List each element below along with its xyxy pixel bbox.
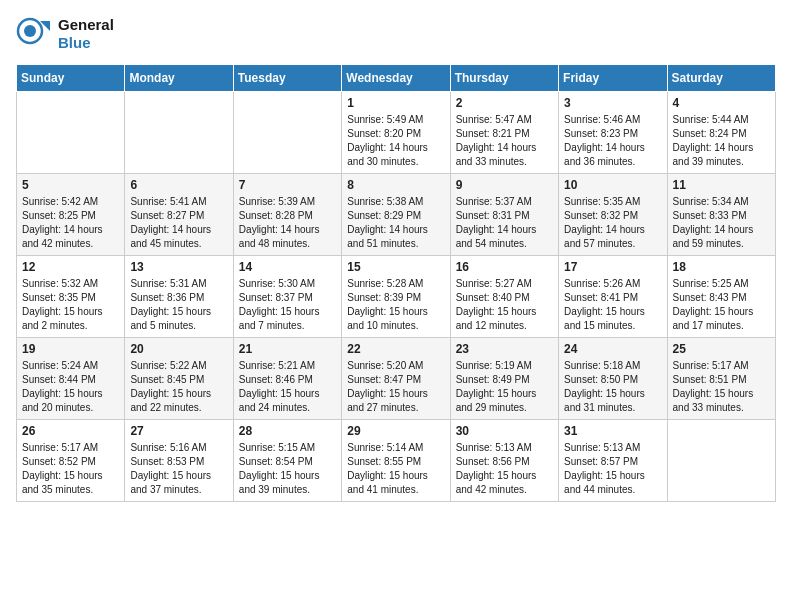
page-header: General Blue [16,16,776,52]
day-number: 24 [564,342,661,356]
day-content: Sunrise: 5:39 AM Sunset: 8:28 PM Dayligh… [239,195,336,251]
logo-line2: Blue [58,34,114,52]
calendar-cell: 12Sunrise: 5:32 AM Sunset: 8:35 PM Dayli… [17,256,125,338]
calendar-cell: 8Sunrise: 5:38 AM Sunset: 8:29 PM Daylig… [342,174,450,256]
calendar-cell: 5Sunrise: 5:42 AM Sunset: 8:25 PM Daylig… [17,174,125,256]
day-content: Sunrise: 5:24 AM Sunset: 8:44 PM Dayligh… [22,359,119,415]
calendar-cell: 16Sunrise: 5:27 AM Sunset: 8:40 PM Dayli… [450,256,558,338]
calendar-cell: 10Sunrise: 5:35 AM Sunset: 8:32 PM Dayli… [559,174,667,256]
day-number: 12 [22,260,119,274]
day-number: 11 [673,178,770,192]
calendar-header: SundayMondayTuesdayWednesdayThursdayFrid… [17,65,776,92]
day-number: 27 [130,424,227,438]
calendar-week-row: 5Sunrise: 5:42 AM Sunset: 8:25 PM Daylig… [17,174,776,256]
calendar-cell: 22Sunrise: 5:20 AM Sunset: 8:47 PM Dayli… [342,338,450,420]
header-row: SundayMondayTuesdayWednesdayThursdayFrid… [17,65,776,92]
logo-icon [16,17,50,51]
calendar-cell [125,92,233,174]
day-number: 5 [22,178,119,192]
day-content: Sunrise: 5:41 AM Sunset: 8:27 PM Dayligh… [130,195,227,251]
day-number: 3 [564,96,661,110]
calendar-cell: 24Sunrise: 5:18 AM Sunset: 8:50 PM Dayli… [559,338,667,420]
day-number: 6 [130,178,227,192]
calendar-cell: 13Sunrise: 5:31 AM Sunset: 8:36 PM Dayli… [125,256,233,338]
day-number: 7 [239,178,336,192]
day-content: Sunrise: 5:37 AM Sunset: 8:31 PM Dayligh… [456,195,553,251]
day-content: Sunrise: 5:20 AM Sunset: 8:47 PM Dayligh… [347,359,444,415]
header-day: Saturday [667,65,775,92]
day-content: Sunrise: 5:25 AM Sunset: 8:43 PM Dayligh… [673,277,770,333]
day-content: Sunrise: 5:21 AM Sunset: 8:46 PM Dayligh… [239,359,336,415]
header-day: Sunday [17,65,125,92]
calendar-cell: 23Sunrise: 5:19 AM Sunset: 8:49 PM Dayli… [450,338,558,420]
day-content: Sunrise: 5:42 AM Sunset: 8:25 PM Dayligh… [22,195,119,251]
day-number: 14 [239,260,336,274]
day-number: 13 [130,260,227,274]
calendar-cell: 6Sunrise: 5:41 AM Sunset: 8:27 PM Daylig… [125,174,233,256]
day-number: 4 [673,96,770,110]
day-number: 22 [347,342,444,356]
day-number: 10 [564,178,661,192]
calendar-cell: 7Sunrise: 5:39 AM Sunset: 8:28 PM Daylig… [233,174,341,256]
day-content: Sunrise: 5:17 AM Sunset: 8:51 PM Dayligh… [673,359,770,415]
day-number: 18 [673,260,770,274]
header-day: Tuesday [233,65,341,92]
day-content: Sunrise: 5:13 AM Sunset: 8:57 PM Dayligh… [564,441,661,497]
day-number: 1 [347,96,444,110]
calendar-cell: 19Sunrise: 5:24 AM Sunset: 8:44 PM Dayli… [17,338,125,420]
day-content: Sunrise: 5:19 AM Sunset: 8:49 PM Dayligh… [456,359,553,415]
day-number: 2 [456,96,553,110]
day-content: Sunrise: 5:15 AM Sunset: 8:54 PM Dayligh… [239,441,336,497]
calendar-cell: 3Sunrise: 5:46 AM Sunset: 8:23 PM Daylig… [559,92,667,174]
calendar-cell [17,92,125,174]
logo-line1: General [58,16,114,34]
day-content: Sunrise: 5:35 AM Sunset: 8:32 PM Dayligh… [564,195,661,251]
calendar-cell: 26Sunrise: 5:17 AM Sunset: 8:52 PM Dayli… [17,420,125,502]
header-day: Friday [559,65,667,92]
day-number: 8 [347,178,444,192]
day-content: Sunrise: 5:14 AM Sunset: 8:55 PM Dayligh… [347,441,444,497]
calendar-cell: 27Sunrise: 5:16 AM Sunset: 8:53 PM Dayli… [125,420,233,502]
day-content: Sunrise: 5:32 AM Sunset: 8:35 PM Dayligh… [22,277,119,333]
day-number: 23 [456,342,553,356]
day-number: 21 [239,342,336,356]
day-content: Sunrise: 5:28 AM Sunset: 8:39 PM Dayligh… [347,277,444,333]
calendar-week-row: 19Sunrise: 5:24 AM Sunset: 8:44 PM Dayli… [17,338,776,420]
day-content: Sunrise: 5:27 AM Sunset: 8:40 PM Dayligh… [456,277,553,333]
calendar-cell: 1Sunrise: 5:49 AM Sunset: 8:20 PM Daylig… [342,92,450,174]
day-number: 25 [673,342,770,356]
header-day: Monday [125,65,233,92]
calendar-cell: 11Sunrise: 5:34 AM Sunset: 8:33 PM Dayli… [667,174,775,256]
calendar-cell: 15Sunrise: 5:28 AM Sunset: 8:39 PM Dayli… [342,256,450,338]
day-content: Sunrise: 5:30 AM Sunset: 8:37 PM Dayligh… [239,277,336,333]
calendar-cell: 14Sunrise: 5:30 AM Sunset: 8:37 PM Dayli… [233,256,341,338]
day-content: Sunrise: 5:38 AM Sunset: 8:29 PM Dayligh… [347,195,444,251]
calendar-cell: 30Sunrise: 5:13 AM Sunset: 8:56 PM Dayli… [450,420,558,502]
day-number: 29 [347,424,444,438]
day-content: Sunrise: 5:13 AM Sunset: 8:56 PM Dayligh… [456,441,553,497]
calendar-cell: 31Sunrise: 5:13 AM Sunset: 8:57 PM Dayli… [559,420,667,502]
day-number: 16 [456,260,553,274]
svg-point-1 [24,25,36,37]
header-day: Wednesday [342,65,450,92]
day-number: 30 [456,424,553,438]
calendar-cell: 18Sunrise: 5:25 AM Sunset: 8:43 PM Dayli… [667,256,775,338]
calendar-cell: 28Sunrise: 5:15 AM Sunset: 8:54 PM Dayli… [233,420,341,502]
calendar-cell: 29Sunrise: 5:14 AM Sunset: 8:55 PM Dayli… [342,420,450,502]
day-content: Sunrise: 5:46 AM Sunset: 8:23 PM Dayligh… [564,113,661,169]
calendar-week-row: 1Sunrise: 5:49 AM Sunset: 8:20 PM Daylig… [17,92,776,174]
day-content: Sunrise: 5:16 AM Sunset: 8:53 PM Dayligh… [130,441,227,497]
calendar-cell: 17Sunrise: 5:26 AM Sunset: 8:41 PM Dayli… [559,256,667,338]
calendar-cell: 25Sunrise: 5:17 AM Sunset: 8:51 PM Dayli… [667,338,775,420]
logo: General Blue [16,16,114,52]
calendar-cell [233,92,341,174]
day-number: 19 [22,342,119,356]
calendar-week-row: 12Sunrise: 5:32 AM Sunset: 8:35 PM Dayli… [17,256,776,338]
day-content: Sunrise: 5:44 AM Sunset: 8:24 PM Dayligh… [673,113,770,169]
day-number: 28 [239,424,336,438]
day-content: Sunrise: 5:22 AM Sunset: 8:45 PM Dayligh… [130,359,227,415]
day-number: 17 [564,260,661,274]
day-number: 9 [456,178,553,192]
calendar-table: SundayMondayTuesdayWednesdayThursdayFrid… [16,64,776,502]
day-content: Sunrise: 5:17 AM Sunset: 8:52 PM Dayligh… [22,441,119,497]
